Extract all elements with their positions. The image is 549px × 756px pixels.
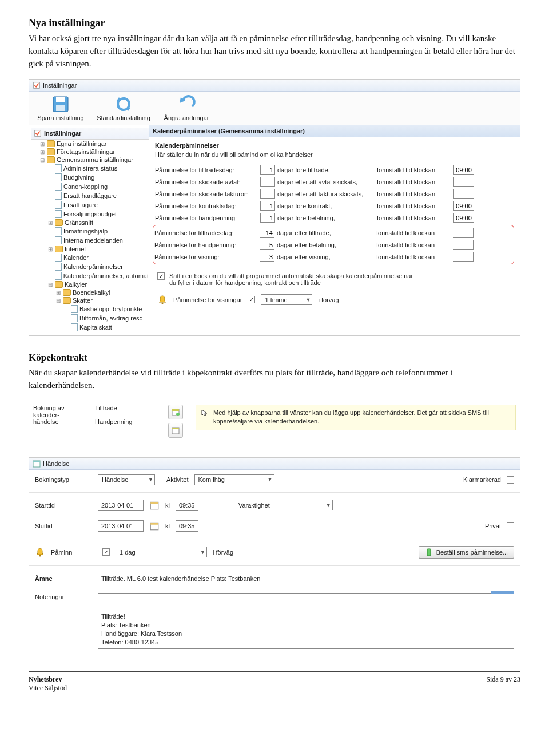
tree-item[interactable]: ⊟Kalkyler (47, 280, 149, 288)
footer-subtitle: Vitec Säljstöd (29, 684, 67, 692)
privat-checkbox[interactable] (507, 522, 514, 529)
klarmarkerad-checkbox[interactable] (507, 476, 514, 484)
visning-reminder-combo[interactable]: 1 timme▼ (261, 294, 312, 305)
chevron-down-icon: ▼ (197, 549, 205, 555)
noteringar-input[interactable]: Tillträde! Plats: Testbanken Handläggare… (98, 593, 514, 649)
doc-icon (55, 227, 62, 235)
tilltrade-link[interactable]: Tillträde (95, 405, 158, 411)
folder-icon (47, 148, 55, 155)
aktivitet-combo[interactable]: Kom ihåg▼ (194, 474, 274, 485)
tree-item[interactable]: Inmatningshjälp (47, 227, 149, 236)
reminder-time-input[interactable] (453, 201, 474, 211)
tree-pane: Inställningar ⊞Egna inställningar ⊞Föret… (29, 125, 149, 335)
tree-item[interactable]: Basbelopp, brytpunkte (63, 304, 149, 314)
calendar-add-button-2[interactable] (168, 423, 183, 438)
doc-icon (71, 314, 78, 322)
reminder-label: Påminnelse för skickade avtal: (155, 179, 258, 185)
reminder-row: Påminnelse för tillträdesdag:dagar efter… (154, 227, 512, 239)
svg-point-5 (162, 302, 164, 304)
visning-reminder-checkbox[interactable]: ✓ (248, 296, 255, 303)
bell-icon (35, 547, 45, 557)
reminder-time-input[interactable] (453, 213, 474, 223)
undo-label: Ångra ändringar (164, 114, 209, 121)
start-date-input[interactable]: 2013-04-01 (98, 500, 144, 511)
reminder-pretime: förinställd tid klockan (377, 167, 451, 173)
svg-rect-7 (172, 409, 179, 411)
tree-item[interactable]: ⊞Internet (47, 245, 149, 253)
tree-item[interactable]: Ersätt ägare (47, 200, 149, 209)
svg-rect-12 (33, 461, 40, 462)
tree-item[interactable]: Interna meddelanden (47, 236, 149, 245)
bell-icon (157, 295, 168, 305)
settings-tree[interactable]: ⊞Egna inställningar ⊞Företagsinställning… (31, 140, 149, 332)
tree-item[interactable]: ⊟Skatter (55, 296, 149, 304)
tree-item[interactable]: Bilförmån, avdrag resc (63, 314, 149, 323)
svg-rect-3 (56, 105, 65, 111)
tree-item[interactable]: ⊟Gemensamma inställningar (39, 156, 149, 164)
reminder-time-input[interactable] (453, 252, 474, 262)
reminder-days-input[interactable] (260, 165, 275, 175)
reminder-days-input[interactable] (260, 201, 275, 211)
paragraph-1: Vi har också gjort tre nya inställningar… (29, 33, 520, 70)
help-box: Med hjälp av knapparna till vänster kan … (196, 405, 516, 430)
visning-reminder-label: Påminnelse för visningar (173, 296, 242, 303)
tree-item[interactable]: Budgivning (47, 173, 149, 182)
tree-item[interactable]: Försäljningsbudget (47, 209, 149, 219)
start-time-input[interactable]: 09:35 (176, 500, 198, 511)
chevron-down-icon: ▼ (145, 477, 153, 482)
reminder-time-input[interactable] (453, 177, 474, 187)
reminder-label: Påminnelse för visning: (154, 254, 257, 260)
tree-item[interactable]: ⊞Gränssnitt (47, 219, 149, 227)
reminder-time-input[interactable] (453, 165, 474, 175)
reminder-time-input[interactable] (453, 228, 474, 238)
settings-icon (34, 129, 42, 137)
sms-button[interactable]: Beställ sms-påminnelse... (419, 546, 514, 559)
undo-button[interactable]: Ångra ändringar (161, 95, 212, 121)
reminder-label: Påminnelse för tillträdesdag: (155, 167, 258, 173)
slut-time-input[interactable]: 09:35 (176, 520, 198, 532)
reminder-pretime: förinställd tid klockan (376, 229, 451, 236)
varaktighet-combo[interactable]: ▼ (276, 500, 333, 510)
tree-item[interactable]: Administrera status (47, 164, 149, 173)
section-header: Kalenderpåminnelser (Gemensamma inställn… (149, 125, 520, 137)
reminder-days-input[interactable] (260, 177, 275, 187)
tree-item[interactable]: Kalenderpåminnelser, automat (47, 271, 149, 280)
auto-create-checkbox[interactable]: ✓ (157, 272, 165, 280)
tree-item[interactable]: ⊞Boendekalkyl (55, 288, 149, 296)
tree-item[interactable]: Canon-koppling (47, 182, 149, 191)
reminder-time-input[interactable] (453, 240, 474, 250)
slut-date-input[interactable]: 2013-04-01 (98, 520, 144, 532)
reminder-label: Påminnelse för handpenning: (154, 242, 257, 248)
footer-title: Nyhetsbrev (29, 675, 62, 683)
tree-item[interactable]: ⊞Egna inställningar (39, 140, 149, 148)
calendar-add-button[interactable] (168, 405, 183, 419)
reminder-days-input[interactable] (260, 213, 275, 223)
reminder-time-input[interactable] (453, 189, 474, 199)
amne-input[interactable]: Tillträde. ML 6.0 test kalenderhändelse … (98, 573, 514, 584)
svg-rect-16 (150, 523, 158, 524)
tree-item[interactable]: ⊞Företagsinställningar (39, 148, 149, 156)
reminder-mid: dagar före betalning, (277, 215, 375, 221)
reminder-row: Påminnelse för tillträdesdag:dagar före … (155, 164, 514, 176)
expand-handle[interactable] (491, 591, 514, 594)
tree-item[interactable]: Kapitalskatt (63, 323, 149, 332)
handpenning-link[interactable]: Handpenning (95, 418, 158, 425)
tree-item[interactable]: Kalenderpåminnelser (47, 262, 149, 271)
reminder-days-input[interactable] (260, 189, 275, 199)
paminn-combo[interactable]: 1 dag▼ (116, 547, 207, 557)
tree-item[interactable]: Ersätt handläggare (47, 191, 149, 200)
reminder-days-input[interactable] (260, 228, 274, 238)
chevron-down-icon: ▼ (264, 477, 273, 482)
default-button[interactable]: Standardinställning (98, 95, 149, 121)
datepicker-icon[interactable] (149, 521, 160, 531)
page-heading: Nya inställningar (29, 17, 520, 29)
datepicker-icon[interactable] (149, 500, 160, 510)
auto-create-checkbox-row: ✓ Sätt i en bock om du vill att programm… (155, 268, 514, 291)
default-label: Standardinställning (97, 114, 150, 121)
reminder-days-input[interactable] (260, 252, 274, 262)
bokningstyp-combo[interactable]: Händelse▼ (98, 474, 155, 485)
paminn-checkbox[interactable]: ✓ (102, 548, 110, 556)
reminder-days-input[interactable] (260, 240, 274, 250)
tree-item[interactable]: Kalender (47, 253, 149, 262)
save-button[interactable]: Spara inställning (35, 95, 86, 121)
